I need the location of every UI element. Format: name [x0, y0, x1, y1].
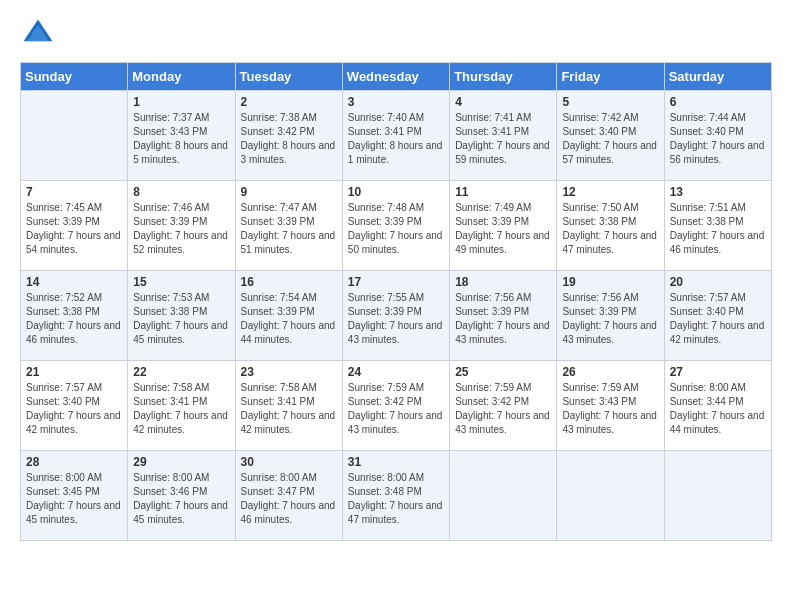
cell-content: Sunrise: 8:00 AMSunset: 3:45 PMDaylight:… [26, 471, 122, 527]
calendar-cell: 2Sunrise: 7:38 AMSunset: 3:42 PMDaylight… [235, 91, 342, 181]
logo [20, 16, 60, 52]
calendar-cell: 19Sunrise: 7:56 AMSunset: 3:39 PMDayligh… [557, 271, 664, 361]
day-number: 17 [348, 275, 444, 289]
calendar-cell: 20Sunrise: 7:57 AMSunset: 3:40 PMDayligh… [664, 271, 771, 361]
cell-content: Sunrise: 7:45 AMSunset: 3:39 PMDaylight:… [26, 201, 122, 257]
cell-content: Sunrise: 8:00 AMSunset: 3:46 PMDaylight:… [133, 471, 229, 527]
cell-content: Sunrise: 7:53 AMSunset: 3:38 PMDaylight:… [133, 291, 229, 347]
calendar-cell: 4Sunrise: 7:41 AMSunset: 3:41 PMDaylight… [450, 91, 557, 181]
calendar-cell: 23Sunrise: 7:58 AMSunset: 3:41 PMDayligh… [235, 361, 342, 451]
cell-content: Sunrise: 7:55 AMSunset: 3:39 PMDaylight:… [348, 291, 444, 347]
header-row: SundayMondayTuesdayWednesdayThursdayFrid… [21, 63, 772, 91]
day-number: 2 [241, 95, 337, 109]
calendar-cell: 28Sunrise: 8:00 AMSunset: 3:45 PMDayligh… [21, 451, 128, 541]
calendar-cell: 24Sunrise: 7:59 AMSunset: 3:42 PMDayligh… [342, 361, 449, 451]
calendar-cell: 29Sunrise: 8:00 AMSunset: 3:46 PMDayligh… [128, 451, 235, 541]
week-row-2: 7Sunrise: 7:45 AMSunset: 3:39 PMDaylight… [21, 181, 772, 271]
week-row-5: 28Sunrise: 8:00 AMSunset: 3:45 PMDayligh… [21, 451, 772, 541]
calendar-cell [21, 91, 128, 181]
cell-content: Sunrise: 7:56 AMSunset: 3:39 PMDaylight:… [455, 291, 551, 347]
calendar-table: SundayMondayTuesdayWednesdayThursdayFrid… [20, 62, 772, 541]
day-number: 9 [241, 185, 337, 199]
day-number: 25 [455, 365, 551, 379]
cell-content: Sunrise: 7:42 AMSunset: 3:40 PMDaylight:… [562, 111, 658, 167]
day-number: 1 [133, 95, 229, 109]
logo-icon [20, 16, 56, 52]
day-number: 5 [562, 95, 658, 109]
day-number: 14 [26, 275, 122, 289]
day-number: 29 [133, 455, 229, 469]
day-number: 22 [133, 365, 229, 379]
day-number: 12 [562, 185, 658, 199]
cell-content: Sunrise: 8:00 AMSunset: 3:44 PMDaylight:… [670, 381, 766, 437]
week-row-1: 1Sunrise: 7:37 AMSunset: 3:43 PMDaylight… [21, 91, 772, 181]
day-number: 19 [562, 275, 658, 289]
day-number: 18 [455, 275, 551, 289]
page-header [20, 16, 772, 52]
calendar-cell: 22Sunrise: 7:58 AMSunset: 3:41 PMDayligh… [128, 361, 235, 451]
cell-content: Sunrise: 7:57 AMSunset: 3:40 PMDaylight:… [670, 291, 766, 347]
cell-content: Sunrise: 8:00 AMSunset: 3:48 PMDaylight:… [348, 471, 444, 527]
column-header-tuesday: Tuesday [235, 63, 342, 91]
column-header-thursday: Thursday [450, 63, 557, 91]
day-number: 13 [670, 185, 766, 199]
day-number: 16 [241, 275, 337, 289]
cell-content: Sunrise: 7:44 AMSunset: 3:40 PMDaylight:… [670, 111, 766, 167]
column-header-sunday: Sunday [21, 63, 128, 91]
day-number: 27 [670, 365, 766, 379]
day-number: 28 [26, 455, 122, 469]
calendar-cell: 18Sunrise: 7:56 AMSunset: 3:39 PMDayligh… [450, 271, 557, 361]
calendar-cell: 30Sunrise: 8:00 AMSunset: 3:47 PMDayligh… [235, 451, 342, 541]
cell-content: Sunrise: 7:58 AMSunset: 3:41 PMDaylight:… [241, 381, 337, 437]
cell-content: Sunrise: 7:57 AMSunset: 3:40 PMDaylight:… [26, 381, 122, 437]
cell-content: Sunrise: 7:56 AMSunset: 3:39 PMDaylight:… [562, 291, 658, 347]
calendar-cell [557, 451, 664, 541]
week-row-3: 14Sunrise: 7:52 AMSunset: 3:38 PMDayligh… [21, 271, 772, 361]
day-number: 4 [455, 95, 551, 109]
cell-content: Sunrise: 7:37 AMSunset: 3:43 PMDaylight:… [133, 111, 229, 167]
calendar-cell: 10Sunrise: 7:48 AMSunset: 3:39 PMDayligh… [342, 181, 449, 271]
cell-content: Sunrise: 7:59 AMSunset: 3:42 PMDaylight:… [455, 381, 551, 437]
column-header-friday: Friday [557, 63, 664, 91]
cell-content: Sunrise: 7:38 AMSunset: 3:42 PMDaylight:… [241, 111, 337, 167]
cell-content: Sunrise: 7:51 AMSunset: 3:38 PMDaylight:… [670, 201, 766, 257]
cell-content: Sunrise: 7:58 AMSunset: 3:41 PMDaylight:… [133, 381, 229, 437]
calendar-cell: 9Sunrise: 7:47 AMSunset: 3:39 PMDaylight… [235, 181, 342, 271]
day-number: 23 [241, 365, 337, 379]
calendar-cell: 17Sunrise: 7:55 AMSunset: 3:39 PMDayligh… [342, 271, 449, 361]
cell-content: Sunrise: 7:47 AMSunset: 3:39 PMDaylight:… [241, 201, 337, 257]
cell-content: Sunrise: 7:49 AMSunset: 3:39 PMDaylight:… [455, 201, 551, 257]
calendar-cell [664, 451, 771, 541]
cell-content: Sunrise: 7:52 AMSunset: 3:38 PMDaylight:… [26, 291, 122, 347]
calendar-cell: 21Sunrise: 7:57 AMSunset: 3:40 PMDayligh… [21, 361, 128, 451]
calendar-cell: 8Sunrise: 7:46 AMSunset: 3:39 PMDaylight… [128, 181, 235, 271]
cell-content: Sunrise: 8:00 AMSunset: 3:47 PMDaylight:… [241, 471, 337, 527]
calendar-cell: 11Sunrise: 7:49 AMSunset: 3:39 PMDayligh… [450, 181, 557, 271]
cell-content: Sunrise: 7:48 AMSunset: 3:39 PMDaylight:… [348, 201, 444, 257]
cell-content: Sunrise: 7:50 AMSunset: 3:38 PMDaylight:… [562, 201, 658, 257]
cell-content: Sunrise: 7:46 AMSunset: 3:39 PMDaylight:… [133, 201, 229, 257]
day-number: 31 [348, 455, 444, 469]
day-number: 10 [348, 185, 444, 199]
calendar-cell: 31Sunrise: 8:00 AMSunset: 3:48 PMDayligh… [342, 451, 449, 541]
calendar-cell: 5Sunrise: 7:42 AMSunset: 3:40 PMDaylight… [557, 91, 664, 181]
calendar-cell: 6Sunrise: 7:44 AMSunset: 3:40 PMDaylight… [664, 91, 771, 181]
column-header-wednesday: Wednesday [342, 63, 449, 91]
day-number: 30 [241, 455, 337, 469]
cell-content: Sunrise: 7:40 AMSunset: 3:41 PMDaylight:… [348, 111, 444, 167]
calendar-cell [450, 451, 557, 541]
day-number: 24 [348, 365, 444, 379]
day-number: 11 [455, 185, 551, 199]
cell-content: Sunrise: 7:41 AMSunset: 3:41 PMDaylight:… [455, 111, 551, 167]
column-header-monday: Monday [128, 63, 235, 91]
calendar-cell: 14Sunrise: 7:52 AMSunset: 3:38 PMDayligh… [21, 271, 128, 361]
calendar-cell: 16Sunrise: 7:54 AMSunset: 3:39 PMDayligh… [235, 271, 342, 361]
day-number: 20 [670, 275, 766, 289]
cell-content: Sunrise: 7:59 AMSunset: 3:42 PMDaylight:… [348, 381, 444, 437]
day-number: 21 [26, 365, 122, 379]
day-number: 15 [133, 275, 229, 289]
calendar-cell: 1Sunrise: 7:37 AMSunset: 3:43 PMDaylight… [128, 91, 235, 181]
calendar-cell: 3Sunrise: 7:40 AMSunset: 3:41 PMDaylight… [342, 91, 449, 181]
day-number: 26 [562, 365, 658, 379]
calendar-cell: 25Sunrise: 7:59 AMSunset: 3:42 PMDayligh… [450, 361, 557, 451]
